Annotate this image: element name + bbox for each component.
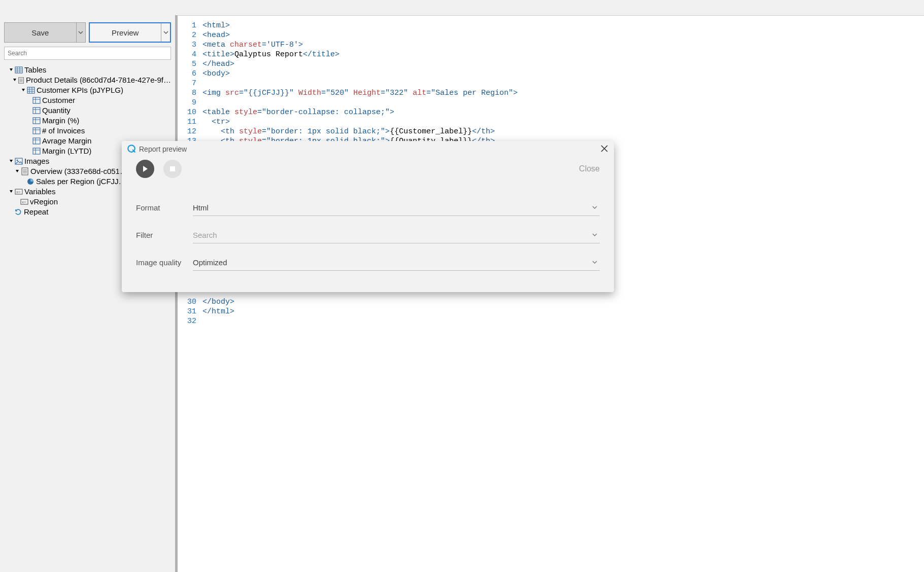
column-icon xyxy=(32,117,41,125)
table-group-icon xyxy=(15,66,23,74)
svg-rect-10 xyxy=(27,87,35,93)
svg-rect-15 xyxy=(33,97,40,103)
tree-label: Tables xyxy=(24,65,46,75)
format-select[interactable]: Html xyxy=(193,200,600,216)
svg-rect-30 xyxy=(33,148,40,154)
tree-node-num-invoices[interactable]: # of Invoices xyxy=(4,126,171,136)
save-button-label: Save xyxy=(5,28,76,37)
format-label: Format xyxy=(136,203,193,216)
tree-label: vRegion xyxy=(30,197,58,207)
svg-rect-21 xyxy=(33,118,40,124)
image-quality-value: Optimized xyxy=(193,258,227,267)
chevron-down-icon xyxy=(592,259,598,267)
code-editor[interactable]: 12345678910111213303132 <html><head><met… xyxy=(178,15,924,572)
chevron-down-icon xyxy=(592,231,598,239)
tree-node-product-details[interactable]: Product Details (86c0d7d4-781e-427e-9f… xyxy=(4,75,171,85)
main-area: Save Preview Tables xyxy=(0,15,924,572)
twisty-open-icon[interactable] xyxy=(20,87,26,93)
column-icon xyxy=(32,147,41,155)
svg-text:x=: x= xyxy=(22,200,26,204)
piechart-icon xyxy=(26,177,35,186)
sheet-icon xyxy=(21,167,29,175)
tree-node-customer[interactable]: Customer xyxy=(4,95,171,105)
tree-node-margin-pct[interactable]: Margin (%) xyxy=(4,116,171,126)
tree-label: Repeat xyxy=(24,207,48,217)
sheet-icon xyxy=(18,76,24,84)
twisty-open-icon[interactable] xyxy=(8,189,14,195)
tree-label: Margin (LYTD) xyxy=(42,146,91,156)
dialog-title: Report preview xyxy=(139,145,187,153)
tree-node-quantity[interactable]: Quantity xyxy=(4,105,171,116)
repeat-icon xyxy=(14,208,22,216)
dialog-toolbar: Close xyxy=(122,157,614,181)
play-button[interactable] xyxy=(136,160,154,178)
twisty-open-icon[interactable] xyxy=(8,158,14,164)
variable-icon: x= xyxy=(20,198,28,206)
tree-label: Images xyxy=(24,156,49,166)
search-wrap xyxy=(4,47,171,60)
preview-button[interactable]: Preview xyxy=(89,22,172,43)
image-quality-label: Image quality xyxy=(136,258,193,271)
stop-button xyxy=(163,160,182,178)
preview-button-label: Preview xyxy=(90,28,161,37)
svg-rect-18 xyxy=(33,108,40,114)
line-number-gutter: 12345678910111213303132 xyxy=(178,16,200,572)
tree-label: # of Invoices xyxy=(42,126,85,136)
variables-group-icon: x= xyxy=(15,188,23,196)
tree-label: Product Details (86c0d7d4-781e-427e-9f… xyxy=(26,75,171,85)
filter-select[interactable]: Search xyxy=(193,227,600,243)
images-group-icon xyxy=(15,157,23,165)
tree-label: Customer xyxy=(42,95,75,105)
svg-rect-24 xyxy=(33,128,40,134)
dialog-titlebar: Report preview xyxy=(122,141,614,157)
tree-label: Quantity xyxy=(42,105,71,116)
tree-label: Avrage Margin xyxy=(42,136,91,146)
tree-label: Margin (%) xyxy=(42,116,79,126)
svg-rect-27 xyxy=(33,138,40,144)
toolbar: Save Preview xyxy=(4,22,171,43)
app-logo-icon xyxy=(127,144,136,155)
tree-label: Sales per Region (jCFJJ… xyxy=(36,176,126,187)
object-tree[interactable]: Tables Product Details (86c0d7d4-781e-42… xyxy=(4,62,171,572)
left-panel: Save Preview Tables xyxy=(0,15,175,572)
column-icon xyxy=(32,106,41,115)
tree-label: Customer KPIs (pJYPLG) xyxy=(37,85,123,95)
tree-label: Overview (3337e68d-c051… xyxy=(30,166,127,176)
save-dropdown-icon[interactable] xyxy=(76,23,85,42)
close-icon[interactable] xyxy=(600,144,609,155)
dialog-body: Format Html Filter Search Image quality … xyxy=(122,181,614,271)
column-icon xyxy=(32,96,41,104)
svg-point-34 xyxy=(17,160,18,161)
close-link[interactable]: Close xyxy=(579,164,600,173)
twisty-open-icon[interactable] xyxy=(12,77,17,83)
filter-placeholder: Search xyxy=(193,231,217,239)
column-icon xyxy=(32,137,41,145)
tree-node-tables[interactable]: Tables xyxy=(4,65,171,75)
chevron-down-icon xyxy=(592,204,598,212)
tree-node-customer-kpis[interactable]: Customer KPIs (pJYPLG) xyxy=(4,85,171,95)
table-icon xyxy=(27,86,35,94)
filter-label: Filter xyxy=(136,231,193,243)
tree-label: Variables xyxy=(24,187,55,197)
format-value: Html xyxy=(193,203,209,212)
save-button[interactable]: Save xyxy=(4,22,86,43)
svg-rect-45 xyxy=(170,166,175,171)
code-area[interactable]: <html><head><meta charset='UTF-8'><title… xyxy=(200,16,924,572)
svg-text:x=: x= xyxy=(16,190,21,194)
svg-rect-1 xyxy=(15,67,22,73)
preview-dropdown-icon[interactable] xyxy=(161,23,170,42)
app-top-bar xyxy=(0,0,924,15)
twisty-open-icon[interactable] xyxy=(14,168,20,174)
twisty-open-icon[interactable] xyxy=(8,67,14,73)
image-quality-select[interactable]: Optimized xyxy=(193,255,600,271)
report-preview-dialog: Report preview Close Format Html Filter xyxy=(122,141,614,292)
search-input[interactable] xyxy=(4,47,171,60)
column-icon xyxy=(32,127,41,135)
